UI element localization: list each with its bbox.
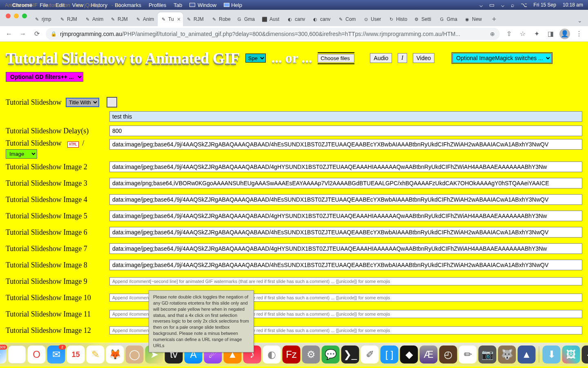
dock-camera-icon[interactable]: 📷	[479, 346, 497, 364]
browser-tab[interactable]: ✎Com	[335, 12, 360, 26]
delay-input[interactable]	[109, 126, 582, 136]
sidepanel-icon[interactable]: ◨	[546, 29, 555, 39]
menu-file[interactable]: File	[40, 2, 48, 8]
dock-notes-icon[interactable]: ✎	[87, 346, 105, 364]
maximize-window-button[interactable]	[22, 13, 27, 18]
control-center-icon[interactable]: ⌥	[521, 2, 527, 8]
dock-downloads-icon[interactable]: ⬇	[543, 346, 561, 364]
dock-mail-icon[interactable]: ✉	[47, 346, 65, 364]
imagemagick-switches-select[interactable]: Optional ImageMagick switches ...	[452, 53, 552, 63]
dock-chrome-icon[interactable]: ◉	[8, 346, 26, 364]
browser-tab[interactable]: ◐canv	[310, 12, 335, 26]
video-button[interactable]: Video	[413, 53, 435, 63]
image-select[interactable]: Image	[6, 149, 37, 159]
image-1-input[interactable]	[109, 139, 582, 150]
browser-tab[interactable]: ✎RJM	[56, 12, 82, 26]
menu-app[interactable]: Chrome	[12, 2, 32, 8]
audio-button[interactable]: Audio	[370, 53, 392, 63]
browser-tab[interactable]: ✎Robe	[208, 12, 234, 26]
image-9-input[interactable]	[109, 277, 582, 285]
menu-window[interactable]: Window	[189, 2, 216, 8]
share-icon[interactable]: ⇧	[504, 29, 514, 39]
browser-tab[interactable]: ◉New	[461, 12, 487, 26]
forward-button[interactable]: →	[18, 29, 28, 39]
gd-filters-select[interactable]: Optional GD filters++ ...	[6, 72, 83, 82]
close-window-button[interactable]	[6, 13, 11, 18]
battery-icon[interactable]: ▭	[489, 2, 494, 8]
dock-textedit-icon[interactable]: ✐	[361, 346, 379, 364]
menu-view[interactable]: View	[72, 2, 83, 8]
dock-ae-icon[interactable]: Æ	[420, 346, 438, 364]
dock-paintbrush-icon[interactable]: ✏	[459, 346, 477, 364]
html-chip[interactable]: HTML	[67, 141, 78, 148]
dock-firefox-icon[interactable]: 🦊	[106, 346, 124, 364]
browser-tab[interactable]: ✎rjmp	[31, 12, 56, 26]
menu-bookmarks[interactable]: Bookmarks	[115, 2, 141, 8]
image-2-input[interactable]	[109, 162, 582, 172]
tab-title: Anim	[143, 16, 155, 22]
image-6-input[interactable]	[109, 227, 582, 238]
back-button[interactable]: ←	[4, 29, 14, 39]
menu-history[interactable]: History	[91, 2, 107, 8]
zoom-icon[interactable]: ⊕	[490, 31, 495, 37]
dock-calendar-icon[interactable]: 15	[67, 346, 85, 364]
browser-tab[interactable]: ⬛Aust	[259, 12, 284, 26]
dock-pictures-icon[interactable]: 🖼	[562, 346, 580, 364]
menu-edit[interactable]: Edit	[56, 2, 65, 8]
italic-button[interactable]: I	[398, 53, 407, 63]
image-7-input[interactable]	[109, 243, 582, 254]
tab-overflow-button[interactable]: ⌄	[577, 17, 582, 24]
menu-profiles[interactable]: Profiles	[149, 2, 166, 8]
dock-contacts-icon[interactable]: ◯	[126, 346, 144, 364]
dock-dashboard-icon[interactable]: ◴	[439, 346, 457, 364]
browser-tab[interactable]: ⚙Setti	[411, 12, 436, 26]
image-4-input[interactable]	[109, 194, 582, 205]
speed-select[interactable]: Spe	[245, 54, 266, 63]
dock-app-icon[interactable]: ▲	[518, 346, 536, 364]
browser-tab[interactable]: ✎Anim	[132, 12, 158, 26]
choose-files-button[interactable]: Choose files	[318, 54, 354, 63]
tab-close-icon[interactable]: ×	[177, 16, 180, 22]
new-tab-button[interactable]: +	[488, 13, 500, 25]
dock-safari-icon[interactable]: ✦	[0, 346, 7, 364]
dock-gimp-icon[interactable]: 🐺	[498, 346, 516, 364]
extensions-icon[interactable]: ✦	[532, 29, 541, 39]
image-8-input[interactable]	[109, 260, 582, 270]
title-input[interactable]	[109, 111, 582, 122]
browser-tab[interactable]: GGma	[234, 12, 259, 26]
browser-tab[interactable]: ✎RJM	[107, 12, 132, 26]
dock-dark-icon[interactable]: ◆	[400, 346, 418, 364]
menubar-time[interactable]: 10:18 am	[563, 2, 583, 8]
browser-tab[interactable]: ✎Tu×	[158, 12, 183, 26]
browser-tab[interactable]: GGma	[436, 12, 461, 26]
browser-tab[interactable]: ✎Anim	[82, 12, 107, 26]
dock-inkscape-icon[interactable]: ◆	[582, 346, 588, 364]
wifi-icon[interactable]: ⌵	[501, 2, 504, 8]
chrome-menu-icon[interactable]: ⋮	[574, 29, 584, 39]
menu-help[interactable]: Help	[224, 2, 242, 8]
title-with-select[interactable]: Title With	[66, 98, 99, 107]
title-checkbox[interactable]	[107, 97, 117, 108]
browser-tab[interactable]: ⊙User	[360, 12, 385, 26]
address-bar[interactable]: 🔒 rjmprogramming.com.au/PHP/animegif/tut…	[46, 28, 500, 40]
browser-tab[interactable]: ✎RJM	[183, 12, 208, 26]
image-3-input[interactable]	[109, 178, 582, 188]
dock-filezilla-icon[interactable]: Fz	[283, 346, 301, 364]
menu-tab[interactable]: Tab	[174, 2, 182, 8]
spotlight-icon[interactable]: ⌕	[511, 2, 514, 8]
bluetooth-icon[interactable]: ⌵	[479, 2, 483, 8]
minimize-window-button[interactable]	[14, 13, 19, 18]
dock-brackets-icon[interactable]: [ ]	[381, 346, 399, 364]
browser-tab[interactable]: ↻Histo	[385, 12, 411, 26]
browser-tab[interactable]: ◐canv	[284, 12, 310, 26]
profile-icon[interactable]: 👤	[559, 29, 570, 39]
dock-terminal-icon[interactable]: ❯_	[341, 346, 359, 364]
reload-button[interactable]: ⟳	[32, 29, 42, 39]
dock-opera-icon[interactable]: O	[28, 346, 46, 364]
dock-preferences-icon[interactable]: ⚙	[302, 346, 320, 364]
menubar-date[interactable]: Fri 15 Sep	[534, 2, 556, 8]
dock-messages-icon[interactable]: 💬	[322, 346, 340, 364]
image-5-input[interactable]	[109, 211, 582, 221]
bookmark-icon[interactable]: ☆	[518, 29, 528, 39]
dock-color-icon[interactable]: ◐	[263, 346, 281, 364]
